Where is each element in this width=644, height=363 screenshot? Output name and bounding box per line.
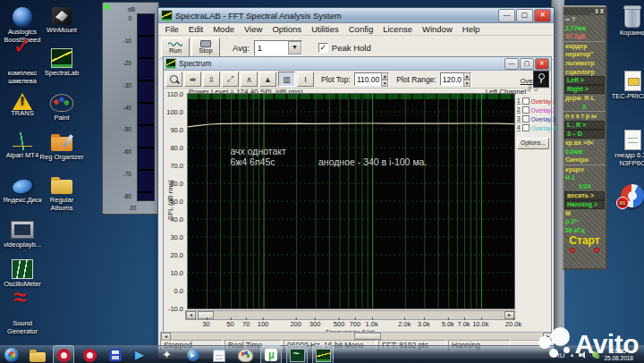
- menu-file[interactable]: File: [160, 24, 183, 34]
- stop-button[interactable]: Stop: [191, 38, 220, 58]
- spin-up-icon[interactable]: ▲: [463, 72, 470, 80]
- menu-options[interactable]: Options: [267, 24, 307, 34]
- close-button[interactable]: ✕: [534, 9, 551, 22]
- paint-taskbar-button[interactable]: [235, 346, 255, 363]
- play-taskbar-button[interactable]: [131, 346, 151, 363]
- menu-help[interactable]: Help: [457, 24, 485, 34]
- chevron-down-icon[interactable]: ▼: [288, 41, 301, 55]
- audio-tool-panel[interactable]: _ ‖ X ∞ ?2.77мв97.2дБкордернератор"льтим…: [562, 5, 607, 270]
- meter-bottom-label: 20: [130, 205, 136, 211]
- menu-mode[interactable]: Mode: [208, 24, 240, 34]
- zoom-x-button[interactable]: ⇹: [184, 72, 201, 87]
- panel-row-8[interactable]: Right >: [564, 85, 605, 94]
- paint-icon: [50, 94, 73, 112]
- avito-text: Avito: [575, 327, 639, 361]
- run-label: Run: [169, 47, 182, 55]
- desktop-icon-yandex-disk[interactable]: Яндекс.Диск: [0, 175, 45, 205]
- plot-range-spinner[interactable]: 120.0 ▲▼: [440, 72, 471, 86]
- spectrum-maximize-button[interactable]: ▢: [520, 58, 534, 70]
- zoom-button[interactable]: [165, 72, 182, 87]
- start-taskbar-button[interactable]: [2, 346, 21, 363]
- overlays-options-button[interactable]: Options...: [517, 138, 549, 149]
- spectralab-taskbar-button[interactable]: [313, 346, 333, 363]
- spin-down-icon[interactable]: ▼: [381, 80, 388, 87]
- media-taskbar-button[interactable]: [183, 346, 203, 363]
- line-plot-button[interactable]: ∧: [241, 72, 258, 87]
- desktop-icon-reg-organizer[interactable]: Reg Organizer: [39, 132, 84, 162]
- opera2-taskbar-button[interactable]: [80, 346, 99, 363]
- overlay-checkbox[interactable]: [522, 115, 530, 122]
- zoom-y-button[interactable]: ⇳: [203, 72, 220, 87]
- zoom-reset-button[interactable]: ⤢: [222, 72, 239, 87]
- desktop-icon-paint[interactable]: Paint: [39, 91, 84, 122]
- overlay-checkbox[interactable]: [522, 106, 530, 114]
- desktop-icon-gnezdo[interactable]: гнездо 6.35 N3FP6C: [610, 129, 644, 167]
- utorrent-icon: [265, 349, 277, 361]
- desktop-icon-spectralab[interactable]: SpectraLab: [39, 48, 84, 78]
- desktop-icon-sound-generator[interactable]: Sound Generator: [0, 300, 45, 335]
- peak-hold-control[interactable]: ✓ Peak Hold: [318, 43, 371, 53]
- minimize-button[interactable]: —: [498, 9, 515, 22]
- menu-edit[interactable]: Edit: [183, 24, 208, 34]
- maximize-button[interactable]: ▢: [516, 9, 533, 22]
- spectrum-close-button[interactable]: ✕: [535, 58, 549, 70]
- title-bar[interactable]: SpectraLAB - FFT Spectral Analysis Syste…: [158, 8, 554, 23]
- panel-window-controls[interactable]: _ ‖ X: [564, 7, 606, 15]
- opera-taskbar-button[interactable]: [54, 346, 73, 363]
- desktop-icon-disc-burner[interactable]: 01: [610, 184, 644, 209]
- run-button[interactable]: Run: [161, 38, 190, 58]
- desktop-icon-label: гнездо 6.35 N3FP6C: [610, 152, 644, 167]
- desktop-icon-label: SpectraLab: [39, 70, 84, 78]
- desktop-icon-komplex-shmeleva[interactable]: комплекс шмелева: [0, 48, 45, 85]
- chart-icon: [13, 132, 32, 150]
- panel-row-12[interactable]: L , R >: [564, 121, 605, 130]
- menu-license[interactable]: License: [378, 24, 418, 34]
- spin-up-icon[interactable]: ▲: [381, 72, 388, 80]
- desktop-icon-winmount[interactable]: WinMount: [39, 7, 84, 35]
- badge: 01: [616, 197, 629, 209]
- avito-logo-icon: [538, 327, 572, 361]
- desktop-icon-videoplayback[interactable]: videoplayb...: [0, 218, 45, 249]
- panel-row-4: нератор": [564, 50, 606, 59]
- meter-led-icon: [105, 4, 109, 9]
- plot-scrollbar[interactable]: ◄ ►: [185, 310, 515, 320]
- mixer-button[interactable]: ▥: [278, 72, 295, 87]
- panel-row-20[interactable]: весить >: [564, 191, 605, 200]
- utorrent-taskbar-button[interactable]: [261, 346, 281, 363]
- bar-plot-button[interactable]: ▲: [259, 72, 276, 87]
- scroll-thumb[interactable]: [354, 333, 381, 340]
- oscillo-icon: [290, 349, 305, 362]
- spectrum-minimize-button[interactable]: —: [504, 58, 519, 70]
- spin-down-icon[interactable]: ▼: [463, 80, 470, 87]
- menu-window[interactable]: Window: [417, 24, 457, 34]
- spectrum-icon: [51, 48, 72, 68]
- menu-utilities[interactable]: Utilities: [307, 24, 344, 34]
- menu-config[interactable]: Config: [343, 24, 377, 34]
- desktop-icon-recycle-bin[interactable]: Корзина: [610, 5, 644, 38]
- panel-row-7[interactable]: Left >: [564, 76, 605, 85]
- panel-row-25[interactable]: Старт: [564, 234, 606, 247]
- overlay-checkbox[interactable]: [522, 124, 530, 131]
- desktop-icon-regular-albums[interactable]: Regular Albums: [39, 175, 84, 212]
- cursor-button[interactable]: I: [297, 72, 314, 87]
- desktop-icon-tec-price[interactable]: TEC-PRICE...: [610, 70, 644, 101]
- scroll-left-icon[interactable]: ◄: [186, 311, 196, 319]
- plot-top-spinner[interactable]: 110.00 ▲▼: [354, 72, 389, 86]
- menu-view[interactable]: View: [239, 24, 267, 34]
- panel-row-21[interactable]: Hanning >: [564, 200, 605, 209]
- oscillo-taskbar-button[interactable]: [287, 346, 307, 363]
- panel-row-13[interactable]: 3 – D: [564, 130, 605, 139]
- foobar-taskbar-button[interactable]: [157, 346, 177, 363]
- desktop-icon-trans[interactable]: TRANS: [0, 91, 45, 118]
- desktop-icon-alpari-mt4[interactable]: Alpari MT4: [0, 132, 45, 160]
- peak-hold-checkbox[interactable]: ✓: [318, 43, 328, 53]
- spectrum-plot[interactable]: ачх однотакт 6ж4 6п45санодное - 340 в i-…: [187, 93, 515, 309]
- level-meter-window[interactable]: dB 0-10-20-30-40-50-60-70-80 20: [102, 2, 159, 215]
- floppy-taskbar-button[interactable]: [106, 346, 125, 363]
- meter-tick-label: -30: [103, 82, 133, 89]
- avg-dropdown[interactable]: 1 ▼: [254, 40, 302, 55]
- spectrum-title-bar[interactable]: Spectrum — ▢ ✕: [164, 57, 551, 71]
- notepad-taskbar-button[interactable]: [209, 346, 229, 363]
- explorer-taskbar-button[interactable]: [28, 346, 47, 363]
- overlay-checkbox[interactable]: [522, 97, 530, 105]
